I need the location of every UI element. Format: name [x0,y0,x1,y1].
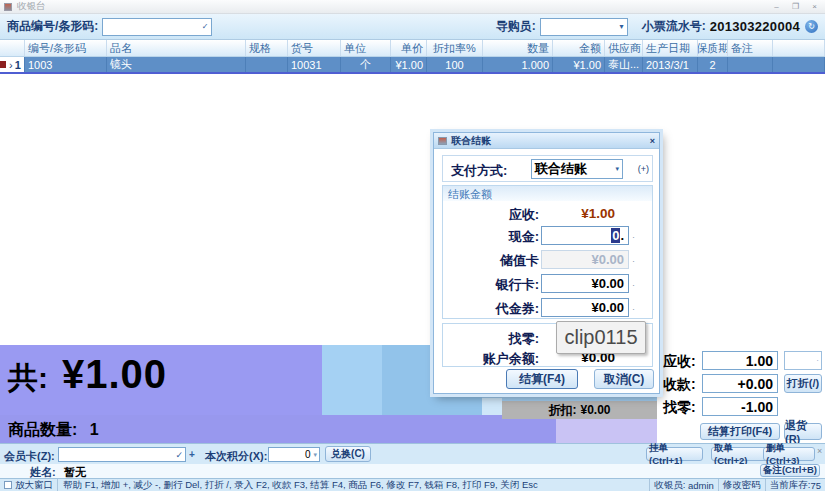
row-header: › 1 [0,57,25,72]
dialog-icon [438,137,447,145]
payment-panel: 应收: 1.00 · 收款: +0.00 打折(/) 找零: -1.00 结算打… [657,345,825,443]
change-password-link[interactable]: 修改密码 [719,479,766,491]
settle-print-button[interactable]: 结算打印(F4) [700,423,780,440]
app-icon [4,3,12,11]
cell-remark [728,57,773,72]
col-unit[interactable]: 单位 [341,40,391,56]
items-grid: 编号/条形码 品名 规格 货号 单位 单价 折扣率% 数量 金额 供应商 生产日… [0,40,825,74]
cell-filler [773,57,825,72]
spin-dot-icon[interactable]: · [632,304,635,314]
dialog-close-icon[interactable]: × [650,136,655,146]
row-marker-icon: › [9,59,13,71]
combo-check-icon[interactable]: ✓ [202,22,209,31]
col-filler [773,40,825,56]
title-bar: 收银台 – ❐ × [0,0,825,14]
discount-value: ¥0.00 [580,403,610,417]
col-amount[interactable]: 金额 [553,40,605,56]
received-label: 收款: [663,376,696,394]
chevron-down-icon[interactable]: ▾ [620,22,624,31]
payment-method-label: 支付方式: [451,162,507,180]
col-date[interactable]: 生产日期 [643,40,698,56]
hold-order-button[interactable]: 挂单(Ctrl+1) [646,447,703,461]
received-field[interactable]: +0.00 [702,374,778,393]
pay-type-combo[interactable]: · [784,351,822,370]
refresh-icon[interactable]: ↻ [805,20,818,33]
delete-order-button[interactable]: 删单(Ctrl+3) [763,447,815,461]
checkbox-icon[interactable] [4,481,12,489]
discount-bar: 折扣: ¥0.00 [502,401,657,419]
voucher-input[interactable]: ¥0.00 [541,298,629,317]
cell-spec [246,57,288,72]
col-shelf[interactable]: 保质期 [698,40,728,56]
change-label: 找零: [443,330,539,348]
dialog-title-bar[interactable]: 联合结账 × [434,133,659,149]
retrieve-order-button[interactable]: 取单(Ctrl+2) [711,447,768,461]
col-supplier[interactable]: 供应商 [605,40,643,56]
remark-button[interactable]: 备注(Ctrl+B) [760,464,820,477]
spin-dot-icon[interactable]: · [632,280,635,290]
row-state-icon [0,61,6,68]
total-value: ¥1.00 [62,352,167,397]
cell-amount: ¥1.00 [553,57,605,72]
clip-watermark: clip0115 [556,321,646,354]
discount-button[interactable]: 打折(/) [784,374,822,393]
panel-close-icon[interactable]: × [817,446,822,456]
change-field[interactable]: -1.00 [702,397,778,416]
col-code[interactable]: 编号/条形码 [25,40,107,56]
cashier-info: 收银员: admin [649,479,719,491]
guide-combo[interactable]: ▾ [540,18,628,36]
cell-supplier: 泰山... [605,57,643,72]
cell-itemno: 10031 [288,57,341,72]
close-icon[interactable]: × [808,2,821,12]
cash-suffix: . [620,228,624,243]
product-code-input[interactable]: ✓ [102,18,212,36]
stock-info: 当前库存: 75 [766,479,825,491]
col-remark[interactable]: 备注 [728,40,773,56]
spin-dot-icon[interactable]: · [632,256,635,266]
col-name[interactable]: 品名 [107,40,246,56]
cashier-label: 收银员: [654,479,685,491]
settlement-amount-group: 结账金额 应收: ¥1.00 现金: 0 . · 储值卡 ¥0.00 · 银行卡… [442,185,653,319]
col-spec[interactable]: 规格 [246,40,288,56]
points-label: 本次积分(X): [205,449,267,464]
zoom-window-checkbox[interactable]: 放大窗口 [0,479,58,491]
cell-unit: 个 [341,57,391,72]
payment-method-combo[interactable]: 联合结账 ▾ [531,159,623,179]
redeem-button[interactable]: 兑换(C) [325,446,371,462]
status-bar: 放大窗口 帮助 F1, 增加 +, 减少 -, 删行 Del, 打折 /, 录入… [0,478,825,491]
settle-button[interactable]: 结算(F4) [506,369,578,389]
cell-discount: 100 [427,57,483,72]
panel-lavender [556,415,657,443]
col-discount[interactable]: 折扣率% [427,40,483,56]
cancel-button[interactable]: 取消(C) [594,369,654,389]
zoom-window-label: 放大窗口 [15,479,53,491]
bank-card-input[interactable]: ¥0.00 [541,274,629,293]
col-itemno[interactable]: 货号 [288,40,341,56]
receivable-value: ¥1.00 [541,206,629,221]
col-selector[interactable] [0,40,25,56]
plus-icon[interactable]: + [189,449,195,460]
cell-name: 镜头 [107,57,246,72]
change-label: 找零: [663,399,696,417]
member-name-row: 姓名: 暂无 备注(Ctrl+B) [0,464,825,478]
member-card-combo[interactable]: ✓ [58,447,186,462]
guide-label: 导购员: [496,18,536,35]
discount-label: 折扣: [548,402,576,419]
cash-input[interactable]: 0 . [541,226,629,245]
minimize-icon[interactable]: – [770,2,783,12]
balance-label: 账户余额: [443,350,539,368]
add-method-button[interactable]: (+) [638,164,649,174]
col-price[interactable]: 单价 [391,40,427,56]
receivable-field[interactable]: 1.00 [702,351,778,370]
cell-price: ¥1.00 [391,57,427,72]
spin-dot-icon[interactable]: · [632,232,635,242]
grid-bottom-line [0,72,825,74]
cash-label: 现金: [443,228,539,246]
table-row[interactable]: › 1 1003 镜头 10031 个 ¥1.00 100 1.000 ¥1.0… [0,57,825,72]
bank-card-label: 银行卡: [443,276,539,294]
refund-button[interactable]: 退货(R) [784,423,822,440]
col-qty[interactable]: 数量 [483,40,553,56]
voucher-label: 代金券: [443,300,539,318]
points-field[interactable]: 0 ▾ [268,447,320,462]
maximize-icon[interactable]: ❐ [789,2,802,12]
